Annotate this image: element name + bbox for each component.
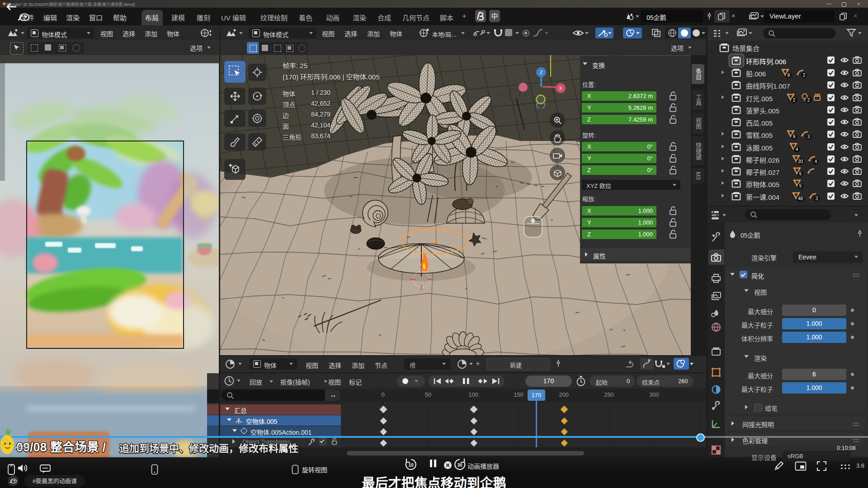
svg-text:10: 10 — [408, 463, 414, 468]
svg-text:30: 30 — [457, 463, 462, 468]
svg-text:X: X — [559, 85, 562, 91]
svg-text:Z: Z — [540, 70, 543, 75]
